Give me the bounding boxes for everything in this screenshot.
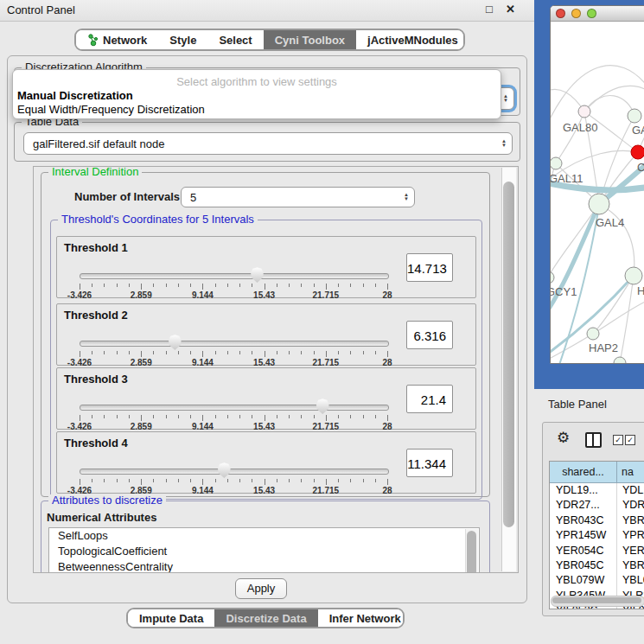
tab-infer-network[interactable]: Infer Network	[318, 609, 405, 627]
network-node[interactable]	[628, 109, 641, 123]
table-hscrollbar[interactable]	[551, 596, 644, 607]
split-columns-icon[interactable]	[585, 432, 602, 448]
network-edge[interactable]	[584, 95, 634, 116]
popup-option-manual-discretization[interactable]: Manual Discretization	[17, 89, 133, 102]
network-window-titlebar[interactable]	[551, 6, 644, 22]
network-edge[interactable]	[599, 204, 634, 276]
tick-label: 15.43	[253, 486, 275, 495]
tab-impute-data[interactable]: Impute Data	[128, 609, 214, 627]
attributes-group: Attributes to discretize Numerical Attri…	[41, 501, 490, 573]
table-row[interactable]: YBR043CYBR0	[550, 513, 644, 528]
number-of-intervals-combo[interactable]: 5 ▲▼	[181, 187, 415, 207]
tick-mark	[252, 415, 252, 418]
table-cell: YDL1	[617, 483, 644, 498]
table-cell: YPR145W	[550, 528, 617, 543]
table-row[interactable]: YER054CYER0	[550, 544, 644, 558]
network-node[interactable]	[578, 105, 590, 118]
network-node[interactable]	[589, 194, 609, 214]
threshold-2-value-field[interactable]: 6.316	[406, 321, 453, 349]
checkbox-icon[interactable]: ✓	[613, 435, 623, 445]
tick-label: 21.715	[313, 290, 340, 300]
network-window: GAL80GALCGAL11GAL4GCY1HHAP2	[550, 5, 644, 364]
threshold-1-value-field[interactable]: 14.713	[406, 253, 453, 282]
tick-mark	[289, 415, 290, 418]
network-node[interactable]	[631, 145, 644, 159]
table-row[interactable]: YBR045CYBR0	[550, 558, 644, 573]
network-edge[interactable]	[556, 112, 584, 163]
network-edge[interactable]	[551, 334, 593, 364]
mac-zoom-button[interactable]	[587, 9, 596, 18]
attribute-item[interactable]: SelfLoops	[49, 528, 479, 544]
slider-track[interactable]	[80, 469, 389, 475]
slider-thumb[interactable]	[168, 335, 182, 350]
tick-label: 21.715	[313, 422, 340, 431]
tick-label: -3.426	[67, 358, 92, 367]
tab-cyni-toolbox-label: Cyni Toolbox	[275, 34, 345, 47]
network-node[interactable]	[625, 267, 642, 284]
table-row[interactable]: YDL19...YDL1	[550, 483, 644, 498]
tab-network[interactable]: Network	[76, 30, 158, 49]
tab-jactivemnodules-label: jActiveMNodules	[367, 34, 458, 47]
tab-select-label: Select	[219, 34, 252, 47]
threshold-4-value-field[interactable]: 11.344	[406, 449, 453, 477]
apply-button[interactable]: Apply	[235, 578, 287, 599]
mac-close-button[interactable]	[556, 9, 565, 18]
column-header[interactable]: na	[617, 462, 644, 483]
node-label: HAP2	[589, 341, 618, 354]
slider-track[interactable]	[80, 405, 389, 411]
table-row[interactable]: YDR27...YDR2	[550, 498, 644, 513]
mac-minimize-button[interactable]	[571, 9, 581, 18]
table-cell: YBL079W	[550, 573, 617, 588]
threshold-2-slider[interactable]: -3.4262.8599.14415.4321.71528	[74, 334, 394, 367]
numerical-attributes-list[interactable]: SelfLoopsTopologicalCoefficientBetweenne…	[48, 527, 480, 573]
threshold-3-slider[interactable]: -3.4262.8599.14415.4321.71528	[74, 398, 394, 430]
table-row[interactable]: YBL079WYBL0	[550, 573, 644, 588]
tab-discretize-data[interactable]: Discretize Data	[214, 609, 317, 627]
tab-style[interactable]: Style	[158, 30, 207, 49]
slider-thumb[interactable]	[316, 399, 329, 414]
network-node[interactable]	[614, 357, 626, 364]
tick-mark	[338, 351, 339, 354]
tick-mark	[363, 479, 364, 482]
threshold-3-value-field[interactable]: 21.4	[406, 385, 453, 413]
tick-mark	[129, 479, 130, 482]
network-edge[interactable]	[593, 276, 634, 334]
tab-discretize-data-label: Discretize Data	[226, 612, 306, 625]
list-scrollbar[interactable]	[465, 529, 478, 573]
tick-mark	[326, 479, 327, 485]
tick-mark	[104, 415, 105, 418]
slider-track[interactable]	[80, 341, 389, 347]
network-node[interactable]	[551, 157, 562, 169]
attribute-items: SelfLoopsTopologicalCoefficientBetweenne…	[49, 528, 479, 573]
attribute-item[interactable]: TopologicalCoefficient	[49, 544, 479, 559]
list-scrollbar-thumb[interactable]	[467, 531, 476, 573]
attribute-item[interactable]: BetweennessCentrality	[49, 559, 479, 573]
float-window-icon[interactable]: □	[486, 3, 493, 16]
slider-thumb[interactable]	[217, 462, 231, 478]
tab-cyni-toolbox[interactable]: Cyni Toolbox	[264, 30, 356, 49]
tick-mark	[314, 415, 315, 418]
popup-option-equal-width-frequency[interactable]: Equal Width/Frequency Discretization	[17, 103, 205, 116]
table-data-combo[interactable]: galFiltered.sif default node ▲▼	[23, 132, 513, 155]
threshold-4-slider[interactable]: -3.4262.8599.14415.4321.71528	[74, 462, 394, 494]
table-hscrollbar-thumb[interactable]	[552, 597, 641, 603]
table-cell: YPR1	[617, 528, 644, 543]
tab-select[interactable]: Select	[207, 30, 263, 49]
threshold-1-slider[interactable]: -3.4262.8599.14415.4321.71528	[74, 266, 394, 299]
table-row[interactable]: YPR145WYPR1	[550, 528, 644, 543]
close-panel-icon[interactable]: ✕	[506, 3, 515, 16]
main-scrollbar[interactable]	[501, 168, 516, 571]
slider-thumb[interactable]	[250, 267, 264, 283]
main-scrollbar-thumb[interactable]	[503, 182, 514, 527]
gear-icon[interactable]: ⚙	[557, 430, 570, 445]
slider-track[interactable]	[80, 273, 389, 279]
column-header[interactable]: shared...	[550, 462, 617, 483]
network-node[interactable]	[587, 328, 599, 340]
network-canvas[interactable]: GAL80GALCGAL11GAL4GCY1HHAP2	[551, 21, 644, 364]
network-node[interactable]	[551, 271, 554, 284]
tab-jactivemnodules[interactable]: jActiveMNodules	[356, 30, 465, 49]
tab-style-label: Style	[169, 34, 196, 47]
network-edge[interactable]	[593, 297, 644, 334]
checkbox-icon[interactable]: ✓	[625, 435, 635, 445]
network-edge[interactable]	[551, 89, 584, 124]
